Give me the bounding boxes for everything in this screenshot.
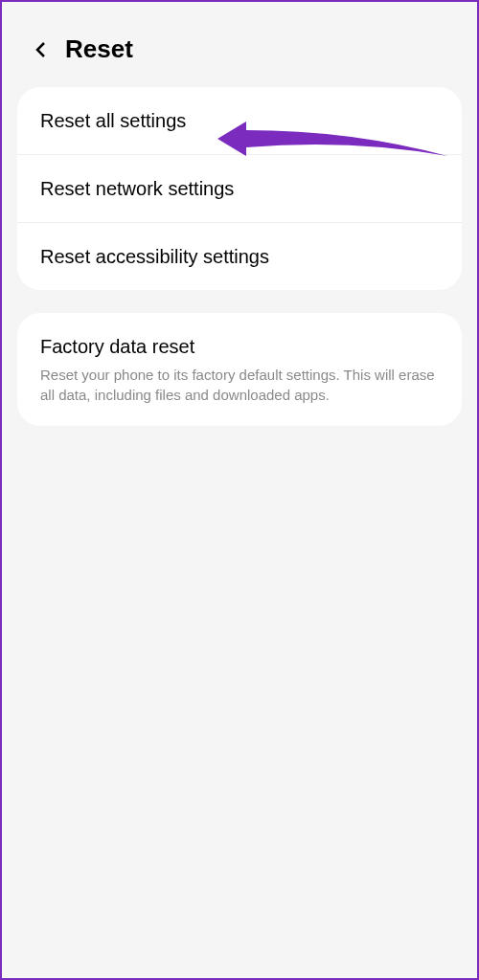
item-title: Reset network settings bbox=[40, 176, 439, 201]
factory-data-reset-item[interactable]: Factory data reset Reset your phone to i… bbox=[17, 313, 462, 426]
item-title: Reset accessibility settings bbox=[40, 244, 439, 269]
item-title: Reset all settings bbox=[40, 108, 439, 133]
item-description: Reset your phone to its factory default … bbox=[40, 365, 439, 405]
back-icon[interactable] bbox=[31, 39, 52, 60]
settings-group-2: Factory data reset Reset your phone to i… bbox=[17, 313, 462, 426]
header: Reset bbox=[2, 2, 477, 87]
page-title: Reset bbox=[65, 34, 133, 64]
settings-group-1: Reset all settings Reset network setting… bbox=[17, 87, 462, 290]
reset-network-settings-item[interactable]: Reset network settings bbox=[17, 155, 462, 223]
item-title: Factory data reset bbox=[40, 334, 439, 359]
reset-all-settings-item[interactable]: Reset all settings bbox=[17, 87, 462, 155]
reset-accessibility-settings-item[interactable]: Reset accessibility settings bbox=[17, 223, 462, 290]
